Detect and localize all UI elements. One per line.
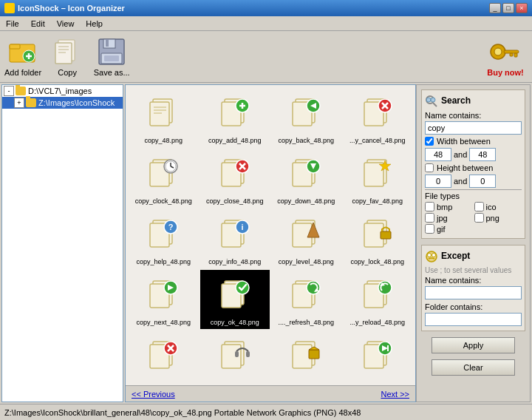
status-bar: Z:\Images\IconShock\brillant_general\48\… bbox=[0, 404, 532, 420]
cell-label-12: copy_next_48.png bbox=[136, 319, 191, 326]
ft-png-checkbox[interactable] bbox=[474, 213, 484, 223]
tree-expand-vcl[interactable]: - bbox=[4, 86, 14, 96]
img-17 bbox=[213, 333, 257, 378]
svg-rect-94 bbox=[246, 351, 250, 357]
image-cell-5[interactable]: copy_close_48.png bbox=[200, 149, 270, 208]
height-max-input[interactable] bbox=[469, 175, 496, 188]
width-min-input[interactable] bbox=[425, 148, 451, 161]
image-cell-6[interactable]: copy_down_48.png bbox=[271, 149, 341, 208]
img-copy bbox=[141, 91, 185, 135]
tree-expand-iconshock[interactable]: + bbox=[14, 98, 24, 108]
image-cell-10[interactable]: copy_level_48.png bbox=[271, 209, 341, 268]
cell-label-0: copy_48.png bbox=[144, 137, 183, 144]
image-cell-2[interactable]: copy_back_48.png bbox=[271, 88, 341, 147]
image-cell-12[interactable]: copy_next_48.png bbox=[129, 270, 199, 329]
right-panel: Search Name contains: Width between and … bbox=[416, 84, 531, 402]
ft-bmp-row: bmp bbox=[425, 202, 473, 211]
img-copy-refresh bbox=[284, 273, 328, 317]
except-folder-label: Folder contains: bbox=[425, 302, 522, 311]
image-cell-17[interactable] bbox=[200, 331, 270, 382]
close-button[interactable]: × bbox=[516, 3, 528, 13]
svg-point-107 bbox=[431, 98, 435, 102]
clear-button[interactable]: Clear bbox=[432, 359, 515, 376]
image-cell-0[interactable]: copy_48.png bbox=[129, 88, 199, 147]
height-min-input[interactable] bbox=[425, 175, 451, 188]
copy-button[interactable]: Copy bbox=[49, 37, 86, 77]
apply-button[interactable]: Apply bbox=[432, 337, 515, 353]
key-icon bbox=[488, 37, 523, 67]
search-section: Search Name contains: Width between and … bbox=[421, 89, 525, 239]
tree-item-vcl[interactable]: - D:\VCL7\_images bbox=[2, 85, 123, 97]
ft-ico-checkbox[interactable] bbox=[474, 202, 484, 211]
cell-label-1: copy_add_48.png bbox=[208, 137, 262, 144]
svg-rect-17 bbox=[504, 50, 519, 53]
image-cell-18[interactable] bbox=[271, 331, 341, 382]
image-cell-13[interactable]: copy_ok_48.png bbox=[200, 270, 270, 329]
svg-rect-14 bbox=[104, 55, 119, 61]
cell-label-2: copy_back_48.png bbox=[278, 137, 334, 144]
copy-label: Copy bbox=[58, 68, 77, 77]
ft-bmp-label: bmp bbox=[437, 203, 452, 211]
svg-point-110 bbox=[432, 254, 436, 257]
image-grid-wrapper: copy_48.png copy_add_48.png bbox=[126, 85, 415, 385]
divider-1 bbox=[425, 189, 522, 190]
height-checkbox-row: Height between bbox=[425, 163, 522, 172]
width-max-input[interactable] bbox=[469, 148, 496, 161]
image-cell-7[interactable]: copy_fav_48.png bbox=[343, 149, 413, 208]
tree-item-iconshock[interactable]: + Z:\Images\IconShock bbox=[2, 97, 123, 109]
cell-label-4: copy_clock_48.png bbox=[135, 197, 192, 205]
prev-link[interactable]: << Previous bbox=[132, 390, 175, 399]
image-cell-11[interactable]: copy_lock_48.png bbox=[343, 209, 413, 268]
svg-rect-11 bbox=[103, 39, 115, 48]
img-copy-next bbox=[141, 273, 185, 317]
height-label: Height between bbox=[437, 163, 493, 172]
image-cell-1[interactable]: copy_add_48.png bbox=[200, 88, 270, 147]
width-label: Width between bbox=[437, 137, 491, 146]
main-layout: - D:\VCL7\_images + Z:\Images\IconShock bbox=[0, 83, 532, 404]
buy-now-label: Buy now! bbox=[487, 68, 524, 77]
image-cell-3[interactable]: ...y_cancel_48.png bbox=[343, 88, 413, 147]
ft-ico-row: ico bbox=[474, 202, 522, 211]
menu-edit[interactable]: Edit bbox=[28, 18, 48, 29]
img-copy-clock bbox=[141, 152, 185, 196]
image-cell-4[interactable]: copy_clock_48.png bbox=[129, 149, 199, 208]
ft-gif-checkbox[interactable] bbox=[425, 224, 434, 234]
cell-label-3: ...y_cancel_48.png bbox=[349, 137, 406, 144]
image-cell-15[interactable]: ...y_reload_48.png bbox=[343, 270, 413, 329]
except-folder-input[interactable] bbox=[425, 313, 522, 326]
minimize-button[interactable]: _ bbox=[489, 3, 501, 13]
menu-view[interactable]: View bbox=[54, 18, 78, 29]
ft-ico-label: ico bbox=[486, 203, 497, 211]
height-checkbox[interactable] bbox=[425, 163, 434, 172]
except-name-input[interactable] bbox=[425, 286, 522, 299]
image-cell-9[interactable]: i copy_info_48.png bbox=[200, 209, 270, 268]
ft-jpg-row: jpg bbox=[425, 213, 473, 223]
img-copy-help: ? bbox=[141, 212, 185, 257]
ft-bmp-checkbox[interactable] bbox=[425, 202, 434, 211]
image-cell-16[interactable] bbox=[129, 331, 199, 382]
cell-label-11: copy_lock_48.png bbox=[350, 258, 404, 265]
add-folder-label: Add folder bbox=[4, 68, 41, 77]
next-link[interactable]: Next >> bbox=[381, 390, 409, 399]
maximize-button[interactable]: □ bbox=[502, 3, 514, 13]
ft-jpg-checkbox[interactable] bbox=[425, 213, 434, 223]
except-title: Except bbox=[441, 251, 470, 261]
add-folder-button[interactable]: Add folder bbox=[4, 37, 41, 77]
image-cell-19[interactable] bbox=[343, 331, 413, 382]
app-icon bbox=[4, 3, 15, 13]
width-checkbox[interactable] bbox=[425, 137, 434, 146]
svg-rect-93 bbox=[235, 351, 239, 357]
menu-file[interactable]: File bbox=[3, 18, 22, 29]
image-cell-8[interactable]: ? copy_help_48.png bbox=[129, 209, 199, 268]
name-contains-input[interactable] bbox=[425, 121, 522, 135]
file-tree-panel: - D:\VCL7\_images + Z:\Images\IconShock bbox=[1, 84, 123, 402]
save-as-button[interactable]: Save as... bbox=[93, 37, 130, 77]
image-cell-14[interactable]: ...._refresh_48.png bbox=[271, 270, 341, 329]
height-and-label: and bbox=[454, 177, 467, 186]
buy-now-button[interactable]: Buy now! bbox=[483, 37, 528, 77]
except-icon bbox=[425, 250, 438, 263]
folder-icon-iconshock bbox=[26, 98, 36, 107]
menu-help[interactable]: Help bbox=[83, 18, 106, 29]
img-copy-add bbox=[213, 91, 257, 135]
img-18 bbox=[284, 333, 328, 378]
